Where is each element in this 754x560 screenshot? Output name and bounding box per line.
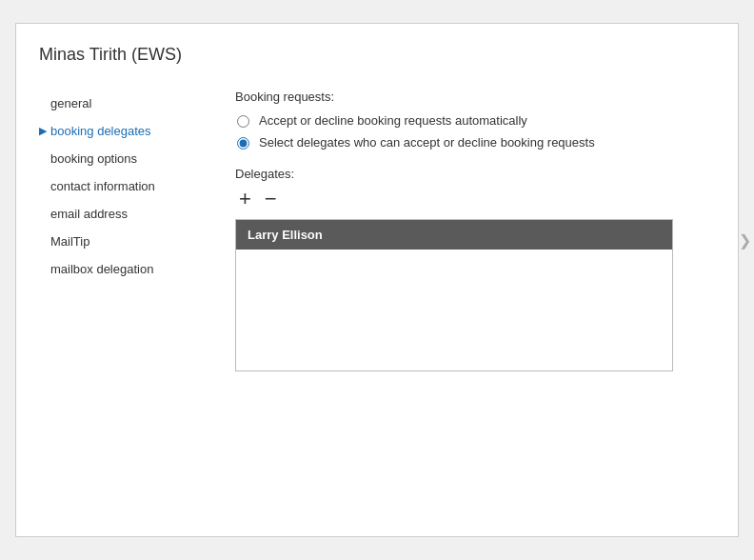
radio-option-delegates[interactable]: Select delegates who can accept or decli…: [237, 135, 690, 150]
radio-option-auto[interactable]: Accept or decline booking requests autom…: [237, 113, 690, 128]
add-delegate-button[interactable]: +: [235, 189, 255, 210]
remove-delegate-button[interactable]: −: [261, 189, 281, 210]
sidebar-item-mailtip[interactable]: ▶MailTip: [39, 228, 207, 255]
sidebar-label-contact-information: contact information: [50, 179, 155, 193]
sidebar-item-general[interactable]: ▶general: [39, 90, 207, 117]
delegates-list: Larry Ellison: [235, 219, 673, 371]
chevron-right-icon[interactable]: ❯: [739, 231, 751, 250]
sidebar-label-mailtip: MailTip: [50, 234, 89, 249]
content-area: ▶general▶booking delegates▶booking optio…: [16, 80, 738, 390]
main-window: Minas Tirith (EWS) ▶general▶booking dele…: [15, 23, 739, 537]
sidebar-arrow-booking-delegates: ▶: [39, 125, 47, 137]
delegates-btn-row: + −: [235, 189, 690, 210]
sidebar-item-booking-options[interactable]: ▶booking options: [39, 145, 207, 172]
window-title: Minas Tirith (EWS): [16, 24, 738, 80]
radio-auto-label: Accept or decline booking requests autom…: [259, 113, 527, 128]
radio-auto[interactable]: [237, 115, 249, 128]
radio-group: Accept or decline booking requests autom…: [237, 113, 690, 150]
booking-requests-label: Booking requests:: [235, 90, 690, 104]
main-content: Booking requests: Accept or decline book…: [207, 90, 719, 390]
sidebar-item-email-address[interactable]: ▶email address: [39, 200, 207, 228]
sidebar-label-email-address: email address: [50, 207, 128, 221]
radio-delegates[interactable]: [237, 137, 249, 150]
sidebar-label-mailbox-delegation: mailbox delegation: [50, 262, 153, 276]
radio-delegates-label: Select delegates who can accept or decli…: [259, 135, 595, 150]
sidebar-label-booking-delegates: booking delegates: [50, 124, 151, 138]
sidebar-item-booking-delegates[interactable]: ▶booking delegates: [39, 117, 207, 145]
sidebar-label-booking-options: booking options: [50, 151, 137, 166]
chevron-area: ❯: [719, 90, 738, 390]
sidebar-item-contact-information[interactable]: ▶contact information: [39, 172, 207, 200]
sidebar-item-mailbox-delegation[interactable]: ▶mailbox delegation: [39, 255, 207, 283]
sidebar: ▶general▶booking delegates▶booking optio…: [16, 90, 207, 390]
delegate-row[interactable]: Larry Ellison: [236, 220, 672, 250]
delegates-label: Delegates:: [235, 167, 690, 181]
sidebar-label-general: general: [50, 96, 91, 110]
